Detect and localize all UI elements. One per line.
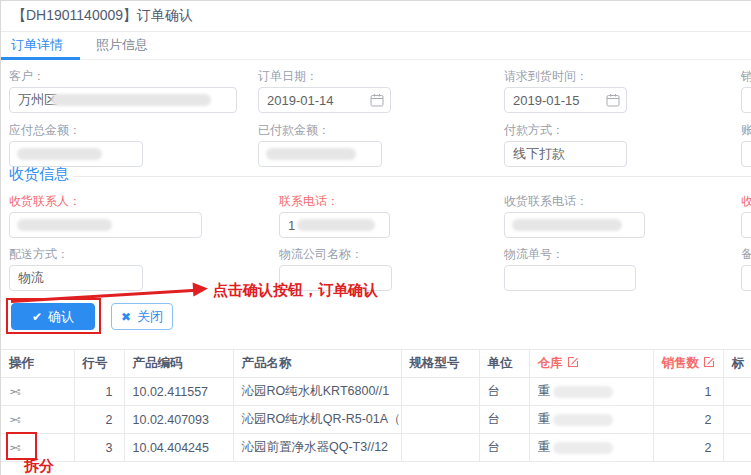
paid-amount-label: 已付款金额： [258,122,382,138]
clipped-input-1[interactable] [741,87,751,113]
tracking-number-label: 物流单号： [504,246,636,262]
redaction-smudge [512,219,622,231]
redaction-smudge [297,219,375,231]
calendar-icon[interactable] [606,93,620,111]
order-date-field: 订单日期： [258,68,391,113]
cell-product-code: 10.02.411557 [124,378,233,406]
cell-spec [401,406,479,434]
delivery-method-input[interactable] [9,265,143,291]
customer-label: 客户： [9,68,237,84]
payment-method-input[interactable] [504,141,627,167]
redaction-smudge [17,219,112,231]
clipped-label-3: 收 [741,193,751,209]
clipped-label-4: 备 [741,246,751,262]
cell-unit: 台 [479,434,529,462]
cell-unit: 台 [479,378,529,406]
confirm-button-label: 确认 [48,308,74,326]
tab-order-detail[interactable]: 订单详情 [11,32,63,58]
customer-field: 客户： [9,68,237,113]
warehouse-header-label: 仓库 [538,356,563,370]
request-arrival-label: 请求到货时间： [504,68,627,84]
cell-spec [401,378,479,406]
payment-method-label: 付款方式： [504,122,627,138]
split-highlight-box [6,432,37,460]
consignee-label: 收货联系人： [9,193,202,209]
redaction-smudge [553,442,613,454]
split-row-icon[interactable]: ✂ [9,412,21,428]
col-warehouse: 仓库 [529,350,653,378]
clipped-field-2: 账 [741,122,751,167]
cell-product-name: 沁园RO纯水机QR-R5-01A（... [233,406,401,434]
order-confirm-dialog: 【DH1901140009】订单确认 订单详情 照片信息 客户： 订单日期： 请… [0,0,751,475]
consignee-phone-field: 收货联系电话： [504,193,645,238]
redaction-smudge [266,148,356,160]
table-row: ✂ 2 10.02.407093 沁园RO纯水机QR-R5-01A（... 台 … [1,406,751,434]
dialog-titlebar: 【DH1901140009】订单确认 [1,1,751,32]
confirm-button[interactable]: ✔ 确认 [11,303,95,330]
check-icon: ✔ [32,310,42,324]
tab-photo-info[interactable]: 照片信息 [96,32,148,58]
close-button-label: 关闭 [137,308,163,326]
cell-sales-qty[interactable]: 1 [653,378,723,406]
close-icon: ✖ [121,310,131,324]
close-button[interactable]: ✖ 关闭 [111,303,173,330]
logistics-company-label: 物流公司名称： [279,246,392,262]
consignee-phone-label: 收货联系电话： [504,193,645,209]
col-sales-qty: 销售数 [653,350,723,378]
calendar-icon[interactable] [370,93,384,111]
col-op: 操作 [1,350,74,378]
cell-spec [401,434,479,462]
cell-line-no: 3 [74,434,124,462]
cell-product-code: 10.02.407093 [124,406,233,434]
table-row: ✂ 1 10.02.411557 沁园RO纯水机KRT6800//1 台 重 1 [1,378,751,406]
edit-icon[interactable] [567,356,579,371]
order-lines-table: 操作 行号 产品编码 产品名称 规格型号 单位 仓库 销售数 标 ✂ 1 10.… [1,349,751,462]
cell-warehouse[interactable]: 重 [529,378,653,406]
redaction-smudge [17,148,102,160]
cell-clipped [723,434,751,462]
delivery-method-field: 配送方式： [9,246,143,291]
col-clipped: 标 [723,350,751,378]
col-line-no: 行号 [74,350,124,378]
cell-product-name: 沁园前置净水器QQ-T3//12 [233,434,401,462]
cell-sales-qty[interactable]: 2 [653,434,723,462]
active-tab-underline [1,57,80,60]
cell-warehouse[interactable]: 重 [529,434,653,462]
cell-clipped [723,378,751,406]
redaction-smudge [51,94,211,106]
cell-product-name: 沁园RO纯水机KRT6800//1 [233,378,401,406]
tracking-number-input[interactable] [504,265,636,291]
dialog-title: 【DH1901140009】订单确认 [12,7,193,25]
clipped-field-1: 销 [741,68,751,113]
clipped-label-1: 销 [741,68,751,84]
contact-phone-field: 联系电话： [279,193,390,238]
cell-sales-qty[interactable]: 2 [653,406,723,434]
warehouse-text: 重 [538,384,551,398]
split-row-icon[interactable]: ✂ [9,384,21,400]
cell-warehouse[interactable]: 重 [529,406,653,434]
request-arrival-field: 请求到货时间： [504,68,627,113]
annotation-arrow-head [193,282,209,297]
col-unit: 单位 [479,350,529,378]
clipped-input-3[interactable] [741,212,751,238]
edit-icon[interactable] [703,356,715,371]
cell-unit: 台 [479,406,529,434]
cell-line-no: 1 [74,378,124,406]
section-divider [73,176,751,177]
redaction-smudge [553,414,613,426]
cell-clipped [723,406,751,434]
tab-bar: 订单详情 照片信息 [1,32,751,60]
clipped-label-2: 账 [741,122,751,138]
total-payable-label: 应付总金额： [9,122,143,138]
redaction-smudge [553,386,613,398]
clipped-input-4[interactable] [741,265,751,291]
clipped-input-2[interactable] [741,141,751,167]
clipped-field-4: 备 [741,246,751,291]
cell-product-code: 10.04.404245 [124,434,233,462]
warehouse-text: 重 [538,440,551,454]
col-product-code: 产品编码 [124,350,233,378]
sales-qty-header-label: 销售数 [662,356,700,370]
paid-amount-field: 已付款金额： [258,122,382,167]
order-date-label: 订单日期： [258,68,391,84]
payment-method-field: 付款方式： [504,122,627,167]
